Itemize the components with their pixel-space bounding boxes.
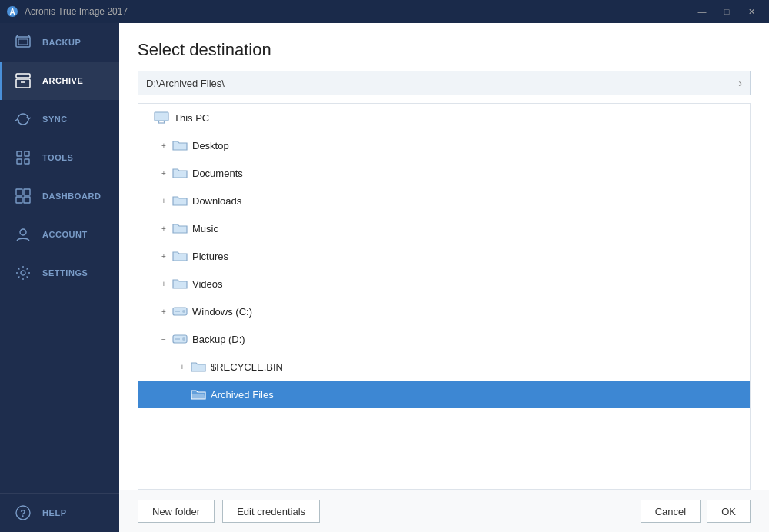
expand-button[interactable]: + (157, 138, 171, 152)
svg-rect-12 (25, 159, 29, 164)
sidebar-item-dashboard[interactable]: DASHBOARD (0, 177, 119, 215)
svg-rect-6 (16, 74, 30, 78)
tree-area[interactable]: This PC+ Desktop+ Documents+ Downloads+ … (138, 103, 751, 490)
sidebar: BACKUP ARCHIVE SYNC (0, 23, 119, 532)
tree-node-music[interactable]: + Music (138, 214, 750, 242)
folder-icon (172, 222, 188, 234)
node-label: Backup (D:) (192, 334, 245, 345)
account-label: ACCOUNT (42, 230, 88, 239)
svg-rect-21 (155, 112, 168, 121)
svg-point-17 (20, 229, 26, 235)
svg-rect-10 (25, 151, 29, 156)
sidebar-item-help[interactable]: ? HELP (0, 494, 119, 532)
tools-icon (15, 149, 32, 166)
svg-rect-16 (24, 197, 30, 203)
node-label: Music (192, 223, 218, 234)
node-label: Archived Files (211, 389, 274, 401)
svg-rect-3 (18, 39, 28, 45)
svg-text:A: A (9, 8, 15, 16)
footer: New folder Edit credentials Cancel OK (119, 490, 769, 532)
archive-icon (15, 72, 32, 89)
node-label: Videos (192, 278, 223, 290)
expand-button[interactable]: + (157, 194, 171, 208)
svg-point-26 (182, 310, 185, 313)
backup-icon (15, 34, 32, 51)
minimize-button[interactable]: — (691, 4, 714, 19)
node-label: Pictures (192, 251, 228, 262)
help-label: HELP (42, 508, 67, 517)
app-icon: A (6, 5, 18, 18)
node-label: Documents (192, 168, 243, 179)
maximize-button[interactable]: □ (715, 4, 738, 19)
path-text: D:\Archived Files\ (146, 78, 738, 89)
sidebar-bottom: ? HELP (0, 493, 119, 532)
dashboard-icon (15, 188, 32, 204)
settings-label: SETTINGS (42, 268, 88, 278)
sync-icon (15, 111, 32, 128)
svg-rect-14 (24, 189, 30, 195)
sidebar-item-account[interactable]: ACCOUNT (0, 215, 119, 254)
footer-right: Cancel OK (641, 500, 751, 523)
close-button[interactable]: ✕ (740, 4, 763, 19)
svg-text:?: ? (20, 508, 25, 519)
sidebar-item-settings[interactable]: SETTINGS (0, 254, 119, 292)
sidebar-item-tools[interactable]: TOOLS (0, 138, 119, 177)
title-bar: A Acronis True Image 2017 — □ ✕ (0, 0, 769, 23)
path-bar[interactable]: D:\Archived Files\ › (138, 71, 751, 95)
tree-node-recycle-bin[interactable]: + $RECYCLE.BIN (138, 353, 750, 381)
svg-rect-9 (17, 151, 22, 156)
expand-button[interactable]: + (157, 221, 171, 235)
tree-node-pictures[interactable]: + Pictures (138, 242, 750, 270)
content-header: Select destination (119, 23, 769, 71)
tree-node-archived-files[interactable]: Archived Files (138, 381, 750, 408)
folder-icon (172, 195, 188, 207)
folder-icon (172, 167, 188, 179)
tree-node-documents[interactable]: + Documents (138, 159, 750, 187)
tree-node-windows-c[interactable]: + Windows (C:) (138, 298, 750, 325)
svg-rect-7 (16, 79, 30, 88)
folder-icon (172, 250, 188, 262)
computer-icon (154, 111, 169, 124)
svg-rect-13 (16, 189, 22, 195)
folder-icon (172, 139, 188, 151)
new-folder-button[interactable]: New folder (138, 500, 215, 523)
tools-label: TOOLS (42, 153, 73, 162)
expand-button[interactable]: + (157, 249, 171, 263)
edit-credentials-button[interactable]: Edit credentials (222, 500, 320, 523)
ok-button[interactable]: OK (707, 500, 751, 523)
help-icon: ? (15, 504, 32, 521)
expand-button[interactable]: + (157, 304, 171, 318)
account-icon (15, 226, 32, 243)
tree-node-videos[interactable]: + Videos (138, 270, 750, 298)
node-label: This PC (174, 112, 209, 124)
expand-button[interactable]: − (157, 332, 171, 346)
folder-open-icon (191, 388, 206, 401)
sidebar-item-backup[interactable]: BACKUP (0, 23, 119, 62)
svg-rect-15 (16, 197, 22, 203)
node-label: Desktop (192, 140, 229, 151)
backup-label: BACKUP (42, 38, 81, 47)
tree-node-downloads[interactable]: + Downloads (138, 187, 750, 214)
sidebar-item-sync[interactable]: SYNC (0, 100, 119, 138)
folder-icon (191, 361, 206, 373)
svg-point-18 (21, 271, 25, 275)
drive-icon (172, 305, 188, 318)
dashboard-label: DASHBOARD (42, 191, 101, 201)
node-label: $RECYCLE.BIN (211, 361, 283, 373)
expand-button[interactable]: + (157, 166, 171, 180)
folder-icon (172, 278, 188, 290)
drive-icon (172, 333, 188, 345)
tree-node-backup-d[interactable]: − Backup (D:) (138, 325, 750, 353)
cancel-button[interactable]: Cancel (641, 500, 701, 523)
tree-node-this-pc[interactable]: This PC (138, 104, 750, 131)
page-title: Select destination (138, 40, 751, 60)
archive-label: ARCHIVE (42, 76, 83, 85)
tree-node-desktop[interactable]: + Desktop (138, 131, 750, 159)
expand-button[interactable]: + (157, 277, 171, 291)
sync-label: SYNC (42, 115, 68, 124)
settings-icon (15, 264, 32, 281)
node-label: Windows (C:) (192, 306, 252, 318)
node-label: Downloads (192, 195, 241, 207)
expand-button[interactable]: + (175, 360, 189, 374)
sidebar-item-archive[interactable]: ARCHIVE (0, 62, 119, 100)
